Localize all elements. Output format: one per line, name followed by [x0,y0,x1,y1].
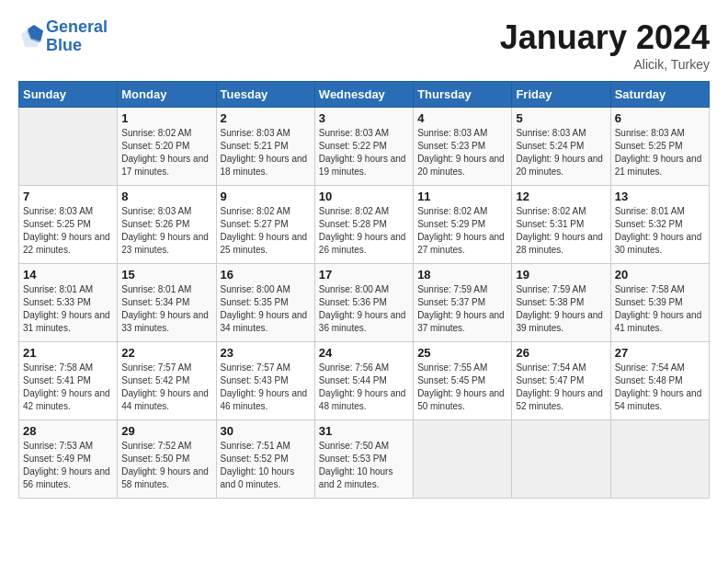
calendar-cell: 14 Sunrise: 8:01 AMSunset: 5:33 PMDaylig… [19,264,118,342]
day-number: 1 [121,111,211,125]
calendar-cell: 13 Sunrise: 8:01 AMSunset: 5:32 PMDaylig… [610,186,709,264]
day-detail: Sunrise: 8:03 AMSunset: 5:23 PMDaylight:… [417,127,507,178]
calendar-cell [414,420,512,499]
day-detail: Sunrise: 7:54 AMSunset: 5:47 PMDaylight:… [516,362,606,413]
day-detail: Sunrise: 8:01 AMSunset: 5:33 PMDaylight:… [23,283,113,335]
weekday-header-friday: Friday [512,82,610,108]
weekday-header-sunday: Sunday [19,82,118,108]
day-number: 11 [417,190,507,203]
day-number: 8 [121,190,211,203]
calendar-cell: 16 Sunrise: 8:00 AMSunset: 5:35 PMDaylig… [216,264,314,342]
location-subtitle: Alicik, Turkey [500,57,710,72]
day-detail: Sunrise: 8:02 AMSunset: 5:20 PMDaylight:… [121,127,211,178]
calendar-cell: 24 Sunrise: 7:56 AMSunset: 5:44 PMDaylig… [314,342,413,420]
day-detail: Sunrise: 7:50 AMSunset: 5:53 PMDaylight:… [319,440,409,491]
day-detail: Sunrise: 7:55 AMSunset: 5:45 PMDaylight:… [417,362,507,413]
day-detail: Sunrise: 8:03 AMSunset: 5:22 PMDaylight:… [319,127,409,178]
calendar-cell: 1 Sunrise: 8:02 AMSunset: 5:20 PMDayligh… [118,108,216,186]
day-number: 23 [221,346,311,360]
day-number: 22 [121,346,211,360]
calendar-week-row: 28 Sunrise: 7:53 AMSunset: 5:49 PMDaylig… [19,420,710,499]
day-number: 21 [23,346,113,360]
day-detail: Sunrise: 8:03 AMSunset: 5:26 PMDaylight:… [121,205,211,257]
calendar-cell: 5 Sunrise: 8:03 AMSunset: 5:24 PMDayligh… [512,108,610,186]
day-number: 31 [319,424,409,438]
day-number: 6 [615,111,705,125]
day-number: 17 [319,268,409,282]
calendar-week-row: 14 Sunrise: 8:01 AMSunset: 5:33 PMDaylig… [19,264,710,342]
calendar-cell: 19 Sunrise: 7:59 AMSunset: 5:38 PMDaylig… [512,264,610,342]
calendar-cell [19,108,118,186]
day-number: 14 [23,268,113,282]
calendar-cell: 26 Sunrise: 7:54 AMSunset: 5:47 PMDaylig… [512,342,610,420]
calendar-week-row: 7 Sunrise: 8:03 AMSunset: 5:25 PMDayligh… [19,186,710,264]
calendar-cell: 27 Sunrise: 7:54 AMSunset: 5:48 PMDaylig… [610,342,709,420]
calendar-cell: 15 Sunrise: 8:01 AMSunset: 5:34 PMDaylig… [118,264,216,342]
day-number: 10 [319,190,409,203]
day-detail: Sunrise: 7:52 AMSunset: 5:50 PMDaylight:… [121,440,211,491]
weekday-header-thursday: Thursday [414,82,512,108]
day-number: 25 [417,346,507,360]
calendar-week-row: 21 Sunrise: 7:58 AMSunset: 5:41 PMDaylig… [19,342,710,420]
day-detail: Sunrise: 7:57 AMSunset: 5:42 PMDaylight:… [121,362,211,413]
weekday-header-saturday: Saturday [610,82,709,108]
calendar-cell: 29 Sunrise: 7:52 AMSunset: 5:50 PMDaylig… [118,420,216,499]
day-detail: Sunrise: 7:58 AMSunset: 5:39 PMDaylight:… [615,283,705,335]
calendar-cell [610,420,709,499]
day-number: 28 [23,424,113,438]
day-number: 20 [615,268,705,282]
calendar-table: SundayMondayTuesdayWednesdayThursdayFrid… [18,81,710,499]
day-detail: Sunrise: 7:58 AMSunset: 5:41 PMDaylight:… [23,362,113,413]
calendar-cell: 8 Sunrise: 8:03 AMSunset: 5:26 PMDayligh… [118,186,216,264]
day-detail: Sunrise: 7:59 AMSunset: 5:37 PMDaylight:… [417,283,507,335]
day-number: 2 [221,111,311,125]
calendar-cell: 11 Sunrise: 8:02 AMSunset: 5:29 PMDaylig… [414,186,512,264]
calendar-cell: 12 Sunrise: 8:02 AMSunset: 5:31 PMDaylig… [512,186,610,264]
day-number: 29 [121,424,211,438]
day-number: 3 [319,111,409,125]
day-number: 13 [615,190,705,203]
calendar-cell: 23 Sunrise: 7:57 AMSunset: 5:43 PMDaylig… [216,342,314,420]
calendar-cell: 4 Sunrise: 8:03 AMSunset: 5:23 PMDayligh… [414,108,512,186]
logo-general: General [46,17,108,36]
logo-icon [18,24,44,50]
calendar-cell: 3 Sunrise: 8:03 AMSunset: 5:22 PMDayligh… [314,108,413,186]
day-detail: Sunrise: 7:53 AMSunset: 5:49 PMDaylight:… [23,440,113,491]
calendar-cell: 25 Sunrise: 7:55 AMSunset: 5:45 PMDaylig… [414,342,512,420]
day-detail: Sunrise: 8:00 AMSunset: 5:35 PMDaylight:… [221,283,311,335]
calendar-cell: 31 Sunrise: 7:50 AMSunset: 5:53 PMDaylig… [314,420,413,499]
day-detail: Sunrise: 8:03 AMSunset: 5:21 PMDaylight:… [221,127,311,178]
day-number: 4 [417,111,507,125]
day-detail: Sunrise: 8:00 AMSunset: 5:36 PMDaylight:… [319,283,409,335]
day-detail: Sunrise: 7:51 AMSunset: 5:52 PMDaylight:… [221,440,311,491]
day-number: 24 [319,346,409,360]
calendar-cell: 17 Sunrise: 8:00 AMSunset: 5:36 PMDaylig… [314,264,413,342]
calendar-cell: 20 Sunrise: 7:58 AMSunset: 5:39 PMDaylig… [610,264,709,342]
calendar-cell: 2 Sunrise: 8:03 AMSunset: 5:21 PMDayligh… [216,108,314,186]
page-header: General Blue January 2024 Alicik, Turkey [18,18,710,72]
day-number: 18 [417,268,507,282]
day-number: 5 [516,111,606,125]
logo-text: General Blue [46,18,108,55]
calendar-cell: 18 Sunrise: 7:59 AMSunset: 5:37 PMDaylig… [414,264,512,342]
logo: General Blue [18,18,108,55]
day-number: 27 [615,346,705,360]
day-number: 16 [221,268,311,282]
day-detail: Sunrise: 8:02 AMSunset: 5:29 PMDaylight:… [417,205,507,257]
title-block: January 2024 Alicik, Turkey [500,18,710,72]
day-detail: Sunrise: 7:54 AMSunset: 5:48 PMDaylight:… [615,362,705,413]
month-title: January 2024 [500,18,710,57]
day-detail: Sunrise: 8:03 AMSunset: 5:25 PMDaylight:… [23,205,113,257]
day-number: 9 [221,190,311,203]
weekday-header-tuesday: Tuesday [216,82,314,108]
day-number: 7 [23,190,113,203]
day-detail: Sunrise: 8:02 AMSunset: 5:27 PMDaylight:… [221,205,311,257]
day-detail: Sunrise: 8:02 AMSunset: 5:31 PMDaylight:… [516,205,606,257]
weekday-header-wednesday: Wednesday [314,82,413,108]
calendar-cell: 10 Sunrise: 8:02 AMSunset: 5:28 PMDaylig… [314,186,413,264]
calendar-week-row: 1 Sunrise: 8:02 AMSunset: 5:20 PMDayligh… [19,108,710,186]
calendar-cell: 6 Sunrise: 8:03 AMSunset: 5:25 PMDayligh… [610,108,709,186]
day-detail: Sunrise: 7:56 AMSunset: 5:44 PMDaylight:… [319,362,409,413]
calendar-cell: 22 Sunrise: 7:57 AMSunset: 5:42 PMDaylig… [118,342,216,420]
day-detail: Sunrise: 8:01 AMSunset: 5:34 PMDaylight:… [121,283,211,335]
